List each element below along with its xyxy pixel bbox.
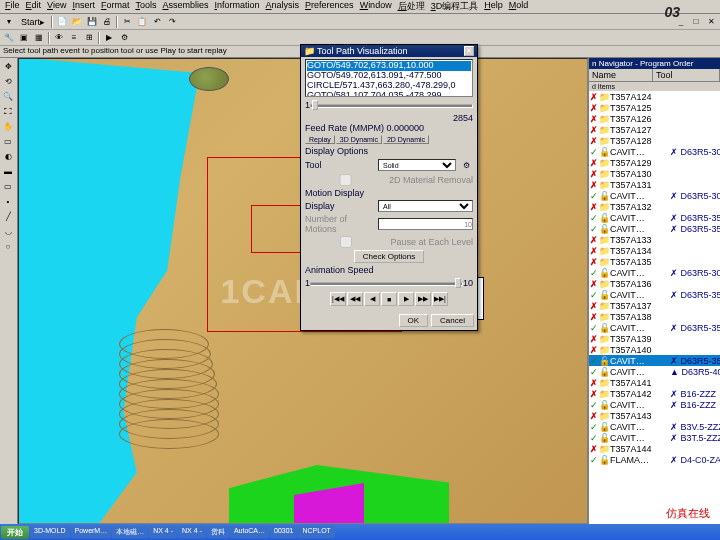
tree-row[interactable]: ✓🔓FLAMA…✗ D4-C0-ZAC… <box>589 454 720 465</box>
tab-replay[interactable]: Replay <box>305 135 335 144</box>
tree-row[interactable]: ✗📁T357A125 <box>589 102 720 113</box>
tree-row[interactable]: ✗📁T357A127 <box>589 124 720 135</box>
circle-icon[interactable]: ○ <box>1 239 15 253</box>
task-item[interactable]: AutoCA… <box>230 526 269 538</box>
tree-row[interactable]: ✗📁T357A129 <box>589 157 720 168</box>
tree-row[interactable]: ✓🔓CAVIT…✗ D63R5-300 <box>589 267 720 278</box>
rotate-icon[interactable]: ⟲ <box>1 74 15 88</box>
task-item[interactable]: NX 4 - <box>178 526 206 538</box>
move-icon[interactable]: ✥ <box>1 59 15 73</box>
point-icon[interactable]: • <box>1 194 15 208</box>
close-icon[interactable]: ✕ <box>464 46 474 56</box>
face-icon[interactable]: ▬ <box>1 164 15 178</box>
menu-information[interactable]: Information <box>212 0 263 13</box>
menu-analysis[interactable]: Analysis <box>263 0 303 13</box>
play-back-icon[interactable]: ◀ <box>364 292 380 306</box>
tab-2d-dynamic[interactable]: 2D Dynamic <box>383 135 429 144</box>
goto-start-icon[interactable]: |◀◀ <box>330 292 346 306</box>
step-fwd-icon[interactable]: ▶▶ <box>415 292 431 306</box>
tree-row[interactable]: ✗📁T357A137 <box>589 300 720 311</box>
tree-row[interactable]: ✓🔓CAVIT…✗ D63R5-300 <box>589 190 720 201</box>
display-select[interactable]: All <box>378 200 473 212</box>
task-item[interactable]: 货科 <box>207 526 229 538</box>
cube2-icon[interactable]: ▦ <box>32 31 46 45</box>
zoom-icon[interactable]: 🔍 <box>1 89 15 103</box>
step-back-icon[interactable]: ◀◀ <box>347 292 363 306</box>
tree-row[interactable]: ✗📁T357A138 <box>589 311 720 322</box>
shade-icon[interactable]: ◐ <box>1 149 15 163</box>
new-icon[interactable]: 📄 <box>55 15 69 29</box>
tree-row[interactable]: ✓🔓CAVIT…▲ D63R5-400 <box>589 366 720 377</box>
open-icon[interactable]: 📂 <box>70 15 84 29</box>
menu-edit[interactable]: Edit <box>23 0 45 13</box>
tree-row[interactable]: ✓🔓CAVIT…✗ D63R5-350 <box>589 355 720 366</box>
check-options-button[interactable]: Check Options <box>354 250 424 263</box>
tree-row[interactable]: ✓🔓CAVIT…✗ D63R5-350 <box>589 322 720 333</box>
goto-end-icon[interactable]: ▶▶| <box>432 292 448 306</box>
menu-insert[interactable]: Insert <box>69 0 98 13</box>
tool-settings-icon[interactable]: ⚙ <box>459 158 473 172</box>
task-item[interactable]: 00301 <box>270 526 297 538</box>
menu-help[interactable]: Help <box>481 0 506 13</box>
pan-icon[interactable]: ✋ <box>1 119 15 133</box>
tree-row[interactable]: ✗📁T357A140 <box>589 344 720 355</box>
tool-icon[interactable]: 🔧 <box>2 31 16 45</box>
menu-mold[interactable]: Mold <box>506 0 532 13</box>
cancel-button[interactable]: Cancel <box>431 314 474 327</box>
dialog-titlebar[interactable]: 📁 Tool Path Visualization ✕ <box>301 45 477 57</box>
layer-icon[interactable]: ≡ <box>67 31 81 45</box>
menu-assemblies[interactable]: Assemblies <box>159 0 211 13</box>
select-icon[interactable]: ▭ <box>1 179 15 193</box>
tree-row[interactable]: ✓🔓CAVIT…✗ B16-ZZZ <box>589 399 720 410</box>
tree-row[interactable]: ✗📁T357A136 <box>589 278 720 289</box>
view-icon[interactable]: 👁 <box>52 31 66 45</box>
tree-row[interactable]: ✗📁T357A135 <box>589 256 720 267</box>
copy-icon[interactable]: 📋 <box>135 15 149 29</box>
gcode-listing[interactable]: GOTO/549.702,673.091,10.000GOTO/549.702,… <box>305 59 473 97</box>
save-icon[interactable]: 💾 <box>85 15 99 29</box>
window-max-icon[interactable]: □ <box>689 15 703 29</box>
cut-icon[interactable]: ✂ <box>120 15 134 29</box>
tree-row[interactable]: ✗📁T357A139 <box>589 333 720 344</box>
tree-row[interactable]: ✗📁T357A131 <box>589 179 720 190</box>
tree-row[interactable]: ✗📁T357A134 <box>589 245 720 256</box>
tree-row[interactable]: ✓🔓CAVIT…✗ D63R5-350 <box>589 289 720 300</box>
redo-icon[interactable]: ↷ <box>165 15 179 29</box>
tree-row[interactable]: ✗📁T357A128 <box>589 135 720 146</box>
tree-row[interactable]: ✓🔓CAVIT…✗ B3T.5-ZZZ <box>589 432 720 443</box>
menu-window[interactable]: Window <box>357 0 395 13</box>
tab-3d-dynamic[interactable]: 3D Dynamic <box>336 135 382 144</box>
menu-tools[interactable]: Tools <box>132 0 159 13</box>
window-close-icon[interactable]: ✕ <box>704 15 718 29</box>
tree-row[interactable]: ✗📁T357A142✗ B16-ZZZ <box>589 388 720 399</box>
tree-row[interactable]: ✓🔓CAVIT…✗ D63R5-300 <box>589 146 720 157</box>
wire-icon[interactable]: ▭ <box>1 134 15 148</box>
position-slider[interactable] <box>310 99 473 111</box>
menu-后处理[interactable]: 后处理 <box>395 0 428 13</box>
menu-file[interactable]: File <box>2 0 23 13</box>
play-fwd-icon[interactable]: ▶ <box>398 292 414 306</box>
tree-row[interactable]: ✗📁T357A126 <box>589 113 720 124</box>
arc-icon[interactable]: ◡ <box>1 224 15 238</box>
task-item[interactable]: 3D-MOLD <box>30 526 70 538</box>
task-item[interactable]: 本地磁… <box>112 526 148 538</box>
tool-select[interactable]: Solid <box>378 159 456 171</box>
menu-view[interactable]: View <box>44 0 69 13</box>
task-item[interactable]: NX 4 - <box>149 526 177 538</box>
menu-preferences[interactable]: Preferences <box>302 0 357 13</box>
operation-tree[interactable]: ✗📁T357A124✗📁T357A125✗📁T357A126✗📁T357A127… <box>589 91 720 524</box>
tree-row[interactable]: ✗📁T357A144 <box>589 443 720 454</box>
gear-icon[interactable]: ⚙ <box>117 31 131 45</box>
tree-row[interactable]: ✓🔓CAVIT…✗ D63R5-350 <box>589 212 720 223</box>
speed-slider[interactable] <box>310 277 463 289</box>
grid-icon[interactable]: ⊞ <box>82 31 96 45</box>
play-icon[interactable]: ▶ <box>102 31 116 45</box>
undo-icon[interactable]: ↶ <box>150 15 164 29</box>
tree-row[interactable]: ✗📁T357A130 <box>589 168 720 179</box>
stop-icon[interactable]: ■ <box>381 292 397 306</box>
start-dropdown[interactable]: ▾ <box>2 15 16 29</box>
tree-row[interactable]: ✓🔓CAVIT…✗ B3V.5-ZZZ <box>589 421 720 432</box>
tree-row[interactable]: ✗📁T357A143 <box>589 410 720 421</box>
cube-icon[interactable]: ▣ <box>17 31 31 45</box>
tree-row[interactable]: ✗📁T357A141 <box>589 377 720 388</box>
